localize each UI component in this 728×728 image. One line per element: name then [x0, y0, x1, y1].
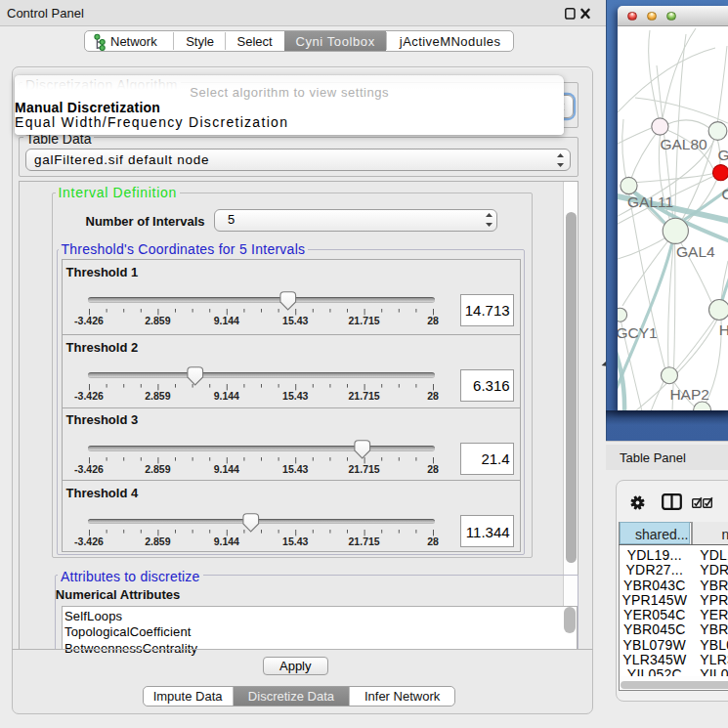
svg-text:GCY1: GCY1: [618, 324, 658, 341]
svg-text:GA: GA: [718, 147, 728, 163]
svg-text:C: C: [721, 186, 728, 202]
svg-text:H: H: [719, 321, 728, 338]
svg-text:GAL80: GAL80: [660, 136, 707, 152]
svg-text:GAL11: GAL11: [627, 193, 673, 210]
svg-text:GAL4: GAL4: [676, 243, 715, 260]
svg-text:HAP2: HAP2: [669, 386, 709, 403]
